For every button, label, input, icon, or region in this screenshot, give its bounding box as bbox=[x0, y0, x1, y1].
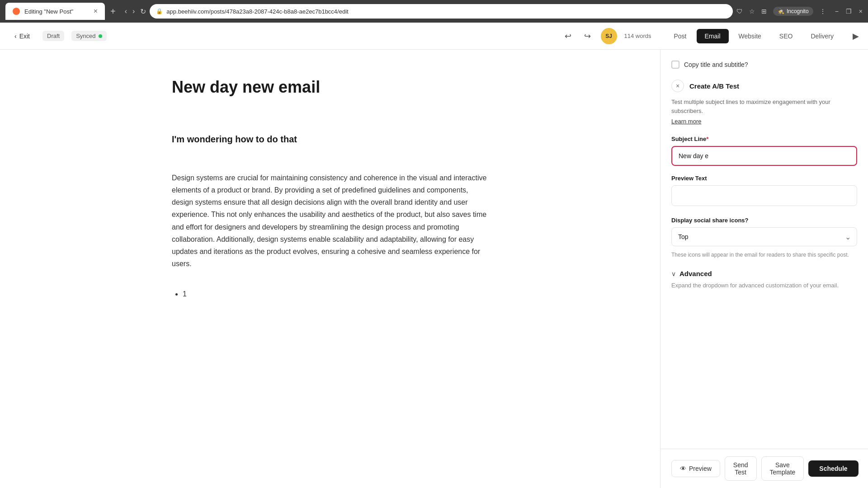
ab-close-button[interactable]: × bbox=[671, 80, 684, 92]
tab-title: Editing "New Post" bbox=[24, 8, 89, 15]
exit-button[interactable]: ‹ Exit bbox=[9, 30, 35, 42]
synced-indicator bbox=[99, 34, 102, 38]
preview-button[interactable]: 👁 Preview bbox=[671, 460, 720, 477]
incognito-label: Incognito bbox=[787, 8, 809, 14]
tab-post[interactable]: Post bbox=[665, 29, 694, 43]
minimize-button[interactable]: − bbox=[835, 8, 839, 15]
synced-label: Synced bbox=[76, 33, 95, 39]
social-share-select-wrapper: None Top Bottom Both ⌄ bbox=[671, 227, 857, 246]
ab-test-row: × Create A/B Test bbox=[671, 80, 857, 92]
lock-icon: 🔒 bbox=[156, 8, 163, 14]
schedule-button[interactable]: Schedule bbox=[808, 460, 858, 477]
preview-text-label: Preview Text bbox=[671, 175, 857, 182]
synced-badge: Synced bbox=[71, 31, 106, 41]
refresh-button[interactable]: ↻ bbox=[140, 7, 146, 16]
word-count: 114 words bbox=[624, 33, 651, 39]
browser-chrome: Editing "New Post" × + ‹ › ↻ 🔒 app.beehi… bbox=[0, 0, 868, 23]
address-bar[interactable]: 🔒 app.beehiiv.com/posts/478a23a8-2087-42… bbox=[150, 4, 733, 19]
advanced-label: Advanced bbox=[679, 270, 712, 277]
right-panel: Copy title and subtitle? × Create A/B Te… bbox=[660, 50, 868, 488]
draft-badge[interactable]: Draft bbox=[42, 31, 64, 41]
post-title[interactable]: New day new email bbox=[172, 77, 488, 98]
copy-title-label: Copy title and subtitle? bbox=[684, 61, 748, 68]
app-header: ‹ Exit Draft Synced ↩ ↪ SJ 114 words Pos… bbox=[0, 23, 868, 50]
collapse-panel-button[interactable]: ▶ bbox=[853, 31, 859, 41]
tab-close-button[interactable]: × bbox=[94, 7, 98, 15]
star-icon[interactable]: ☆ bbox=[749, 8, 755, 15]
preview-label: Preview bbox=[689, 465, 712, 472]
ab-description: Test multiple subject lines to maximize … bbox=[671, 98, 857, 115]
social-share-label: Display social share icons? bbox=[671, 217, 857, 224]
svg-point-0 bbox=[14, 9, 19, 14]
browser-nav-controls: ‹ › ↻ bbox=[125, 7, 146, 16]
advanced-toggle[interactable]: ∨ Advanced bbox=[671, 270, 857, 277]
redo-button[interactable]: ↪ bbox=[581, 28, 594, 44]
nav-tabs: Post Email Website SEO Delivery bbox=[665, 29, 842, 43]
ab-test-label: Create A/B Test bbox=[689, 82, 739, 90]
editor-scroll[interactable]: New day new email I'm wondering how to d… bbox=[0, 50, 660, 488]
tab-favicon bbox=[13, 8, 20, 15]
window-controls: − ❐ × bbox=[835, 8, 863, 15]
send-test-button[interactable]: Send Test bbox=[725, 456, 757, 481]
ab-close-icon: × bbox=[676, 82, 679, 89]
user-avatar[interactable]: SJ bbox=[601, 28, 617, 44]
subject-line-required: * bbox=[706, 136, 708, 142]
editor-area[interactable]: New day new email I'm wondering how to d… bbox=[0, 50, 660, 488]
save-template-button[interactable]: Save Template bbox=[761, 456, 804, 481]
post-subtitle[interactable]: I'm wondering how to do that bbox=[172, 134, 488, 145]
subject-line-label: Subject Line* bbox=[671, 136, 857, 142]
exit-label: Exit bbox=[19, 33, 30, 40]
preview-icon: 👁 bbox=[680, 465, 686, 472]
shield-icon: 🛡 bbox=[736, 8, 743, 15]
advanced-hint: Expand the dropdown for advanced customi… bbox=[671, 282, 857, 289]
learn-more-link[interactable]: Learn more bbox=[671, 118, 857, 125]
tab-delivery[interactable]: Delivery bbox=[802, 29, 842, 43]
undo-button[interactable]: ↩ bbox=[562, 28, 574, 44]
menu-icon[interactable]: ⋮ bbox=[820, 8, 826, 15]
copy-title-row: Copy title and subtitle? bbox=[671, 61, 857, 69]
editor-content: New day new email I'm wondering how to d… bbox=[154, 50, 506, 329]
browser-tab[interactable]: Editing "New Post" × bbox=[5, 3, 105, 20]
list-item[interactable]: 1 bbox=[183, 288, 488, 300]
tab-website[interactable]: Website bbox=[731, 29, 769, 43]
main-layout: New day new email I'm wondering how to d… bbox=[0, 50, 868, 488]
right-panel-content: Copy title and subtitle? × Create A/B Te… bbox=[660, 50, 868, 449]
maximize-button[interactable]: ❐ bbox=[846, 8, 852, 15]
copy-title-checkbox[interactable] bbox=[671, 61, 679, 69]
subject-line-input[interactable] bbox=[671, 146, 857, 166]
header-actions: ↩ ↪ SJ 114 words bbox=[562, 28, 651, 44]
exit-chevron-icon: ‹ bbox=[14, 33, 17, 40]
social-hint: These icons will appear in the email for… bbox=[671, 251, 857, 259]
sidebar-icon[interactable]: ⊞ bbox=[761, 8, 767, 15]
new-tab-button[interactable]: + bbox=[110, 6, 116, 17]
social-share-select[interactable]: None Top Bottom Both bbox=[671, 227, 857, 246]
draft-label: Draft bbox=[47, 33, 60, 39]
post-body[interactable]: Design systems are crucial for maintaini… bbox=[172, 172, 488, 270]
close-window-button[interactable]: × bbox=[859, 8, 863, 15]
tab-seo[interactable]: SEO bbox=[771, 29, 801, 43]
incognito-button[interactable]: 🕵 Incognito bbox=[773, 7, 813, 16]
tab-email[interactable]: Email bbox=[697, 29, 729, 43]
forward-button[interactable]: › bbox=[132, 7, 135, 16]
address-text: app.beehiiv.com/posts/478a23a8-2087-424c… bbox=[166, 8, 726, 15]
right-panel-footer: 👁 Preview Send Test Save Template Schedu… bbox=[660, 449, 868, 488]
post-list: 1 bbox=[183, 288, 488, 300]
incognito-icon: 🕵 bbox=[778, 8, 784, 14]
preview-text-input[interactable] bbox=[671, 185, 857, 206]
browser-right-controls: 🛡 ☆ ⊞ 🕵 Incognito ⋮ bbox=[736, 7, 826, 16]
back-button[interactable]: ‹ bbox=[125, 7, 127, 16]
advanced-chevron-icon: ∨ bbox=[671, 270, 676, 277]
